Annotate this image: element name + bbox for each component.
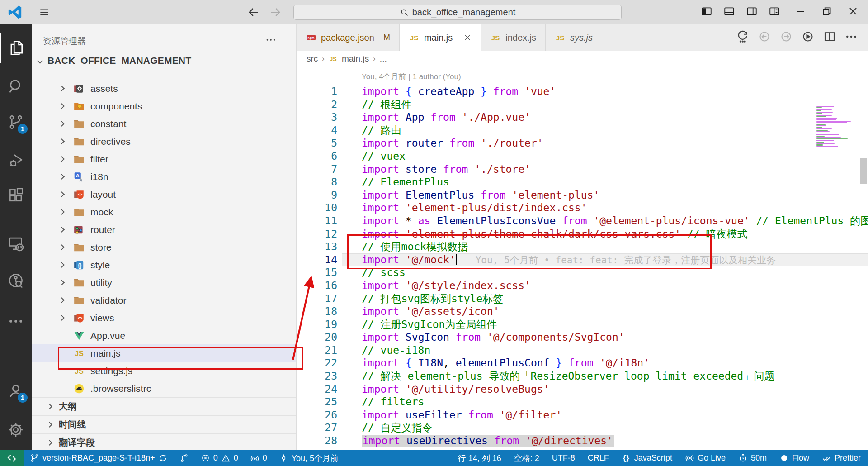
status-git-branch[interactable]: version-RBAC_page-S-T-i18n+ <box>30 453 168 463</box>
line-number-24[interactable]: 24 <box>297 383 337 396</box>
open-changes-button[interactable] <box>736 30 750 45</box>
line-number-20[interactable]: 20 <box>297 331 337 344</box>
line-number-28[interactable]: 28 <box>297 434 337 447</box>
views-more-actions-icon[interactable] <box>264 33 277 46</box>
code-line-13[interactable]: // 使用mock模拟数据 <box>342 240 868 253</box>
breadcrumb[interactable]: src › JS main.js › ... <box>297 51 868 67</box>
breadcrumb-src[interactable]: src <box>307 54 318 64</box>
editor-scrollbar-thumb[interactable] <box>860 158 867 184</box>
line-number-1[interactable]: 1 <box>297 85 337 98</box>
code-line-6[interactable]: // vuex <box>342 150 868 163</box>
code-line-4[interactable]: // 路由 <box>342 124 868 137</box>
code-line-20[interactable]: import SvgIcon from '@/components/SvgIco… <box>342 331 868 344</box>
line-number-14[interactable]: 14 <box>297 253 337 266</box>
status-ports[interactable]: 0 <box>250 453 267 463</box>
tree-item-mock[interactable]: mock <box>32 203 296 221</box>
line-number-7[interactable]: 7 <box>297 163 337 176</box>
status-problems[interactable]: 00 <box>201 453 238 463</box>
navigate-forward-icon[interactable] <box>269 5 282 19</box>
code-line-24[interactable]: import '@/utility/resolveBugs' <box>342 383 868 396</box>
tree-item-main-js[interactable]: JSmain.js <box>32 344 296 362</box>
status-time-tracker[interactable]: 50m <box>738 453 767 463</box>
tree-item-utility[interactable]: utility <box>32 274 296 291</box>
status-prettier[interactable]: Prettier <box>822 453 861 463</box>
code-editor[interactable]: 1234567891011121314151617181920212223242… <box>297 67 868 450</box>
navigate-back-icon[interactable] <box>247 5 260 19</box>
activitybar-more-views[interactable] <box>0 306 32 337</box>
command-center-search[interactable]: back_office_management <box>293 5 622 20</box>
activitybar-gitlens[interactable] <box>0 265 32 296</box>
line-number-22[interactable]: 22 <box>297 357 337 370</box>
code-line-27[interactable]: // 自定义指令 <box>342 421 868 434</box>
tree-item-filter[interactable]: filter <box>32 150 296 168</box>
gitlens-graph-button[interactable] <box>801 30 815 45</box>
breadcrumb-file[interactable]: main.js <box>342 54 369 64</box>
status-gitlens-status[interactable] <box>179 453 189 463</box>
line-number-16[interactable]: 16 <box>297 279 337 292</box>
code-content[interactable]: You, 4个月前 | 1 author (You) import { crea… <box>342 67 868 447</box>
line-number-4[interactable]: 4 <box>297 124 337 137</box>
code-line-18[interactable]: import '@/assets/icon' <box>342 305 868 318</box>
code-line-16[interactable]: import '@/style/index.scss' <box>342 279 868 292</box>
line-number-9[interactable]: 9 <box>297 189 337 202</box>
code-line-22[interactable]: import { I18N, elementPlusConf } from '@… <box>342 357 868 370</box>
line-number-23[interactable]: 23 <box>297 370 337 383</box>
line-number-12[interactable]: 12 <box>297 228 337 241</box>
code-line-5[interactable]: import router from './router' <box>342 137 868 150</box>
code-line-8[interactable]: // ElementPlus <box>342 176 868 189</box>
more-actions-button[interactable] <box>844 30 858 45</box>
code-line-10[interactable]: import 'element-plus/dist/index.css' <box>342 201 868 214</box>
code-line-9[interactable]: import ElementPlus from 'element-plus' <box>342 189 868 202</box>
line-number-13[interactable]: 13 <box>297 240 337 253</box>
breadcrumb-symbol[interactable]: ... <box>380 54 387 64</box>
win-restore-button[interactable] <box>821 5 833 19</box>
code-line-15[interactable]: // scss <box>342 266 868 279</box>
tree-item-components[interactable]: components <box>32 97 296 115</box>
layout-grid-button[interactable] <box>769 5 780 19</box>
code-line-3[interactable]: import App from './App.vue' <box>342 111 868 124</box>
activitybar-search[interactable] <box>0 71 32 101</box>
tree-item-layout[interactable]: <>layout <box>32 185 296 203</box>
close-icon[interactable] <box>463 33 472 42</box>
line-numbers-gutter[interactable]: 1234567891011121314151617181920212223242… <box>297 85 342 447</box>
activitybar-accounts[interactable]: 1 <box>0 376 32 406</box>
tree-item-router[interactable]: router <box>32 221 296 238</box>
line-number-2[interactable]: 2 <box>297 98 337 111</box>
previous-change-button[interactable] <box>758 30 771 45</box>
code-line-17[interactable]: // 打包svg图标到style标签 <box>342 292 868 305</box>
tree-item-directives[interactable]: directives <box>32 133 296 150</box>
activitybar-source-control[interactable]: 1 <box>0 107 32 138</box>
line-number-6[interactable]: 6 <box>297 150 337 163</box>
tree-item-assets[interactable]: assets <box>32 80 296 97</box>
code-line-14[interactable]: import '@/mock'You, 5个月前 • feat: feat: 完… <box>342 253 868 266</box>
layout-bottom-button[interactable] <box>723 5 735 19</box>
line-number-19[interactable]: 19 <box>297 318 337 331</box>
layout-left-button[interactable] <box>701 5 712 19</box>
status-go-live[interactable]: Go Live <box>685 453 726 463</box>
status-language-mode[interactable]: {}JavaScript <box>622 453 672 463</box>
line-number-25[interactable]: 25 <box>297 395 337 409</box>
line-number-27[interactable]: 27 <box>297 421 337 434</box>
tab-main-js[interactable]: JSmain.js <box>400 24 481 51</box>
line-number-8[interactable]: 8 <box>297 176 337 189</box>
tree-item-settings-js[interactable]: JSsettings.js <box>32 362 296 380</box>
tree-item-style[interactable]: {}style <box>32 256 296 274</box>
line-number-10[interactable]: 10 <box>297 201 337 214</box>
tree-item-app-vue[interactable]: App.vue <box>32 327 296 344</box>
line-number-3[interactable]: 3 <box>297 111 337 124</box>
line-number-15[interactable]: 15 <box>297 266 337 279</box>
next-change-button[interactable] <box>779 30 793 45</box>
code-line-12[interactable]: import 'element-plus/theme-chalk/dark/cs… <box>342 228 868 241</box>
activitybar-run-debug[interactable] <box>0 145 32 176</box>
project-root-header[interactable]: BACK_OFFICE_MANAGEMENT <box>32 52 296 69</box>
line-number-5[interactable]: 5 <box>297 137 337 150</box>
tab-package-json[interactable]: npmpackage.jsonM <box>297 24 400 51</box>
line-number-18[interactable]: 18 <box>297 305 337 318</box>
code-line-11[interactable]: import * as ElementPlusIconsVue from '@e… <box>342 214 868 228</box>
tab-index-js[interactable]: JSindex.js <box>481 24 546 51</box>
tab-sys-js[interactable]: JSsys.js <box>546 24 602 51</box>
line-number-26[interactable]: 26 <box>297 409 337 422</box>
minimap[interactable] <box>816 106 854 147</box>
tree-item--browserslistrc[interactable]: .browserslistrc <box>32 380 296 397</box>
status-commit-blame[interactable]: You, 5个月前 <box>279 453 339 464</box>
